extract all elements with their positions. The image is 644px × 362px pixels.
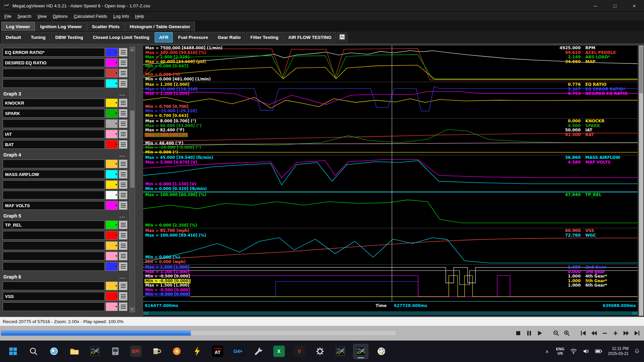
view-tab-gear-ratio[interactable]: Gear Ratio (213, 32, 245, 43)
view-tab-closed-loop-limit-testing[interactable]: Closed Loop Limit Testing (89, 32, 154, 43)
g4-app-icon[interactable]: G4+ (230, 344, 246, 359)
channel-color-swatch[interactable]: ▾ (106, 302, 118, 311)
channel-settings-button[interactable] (119, 282, 127, 290)
channel-name-input[interactable] (3, 282, 105, 290)
channel-color-swatch[interactable]: ▾ (106, 191, 118, 199)
channel-name-input[interactable] (3, 201, 105, 210)
channel-color-swatch[interactable]: ▾ (106, 180, 118, 189)
channel-color-swatch[interactable]: ▾ (106, 79, 118, 88)
wifi-icon[interactable] (570, 348, 577, 354)
channel-name-input[interactable] (3, 191, 105, 199)
minimize-button[interactable]: ─ (586, 0, 605, 11)
graph-panel-1[interactable]: Max = 7500.000 [6488.000] (1/min)Max = 1… (143, 46, 638, 82)
channel-settings-button[interactable] (119, 292, 127, 301)
channel-color-swatch[interactable]: ▾ (106, 221, 118, 229)
tab-scatter-plots[interactable]: Scatter Plots (87, 22, 124, 31)
channel-name-input[interactable] (3, 79, 105, 88)
channel-settings-button[interactable] (119, 109, 127, 118)
volume-icon[interactable] (583, 348, 589, 354)
channel-name-input[interactable] (3, 69, 105, 77)
channel-name-input[interactable] (3, 292, 105, 301)
view-tab-default[interactable]: Default (1, 32, 25, 43)
channel-name-input[interactable] (3, 109, 105, 118)
menu-view[interactable]: View (34, 12, 50, 20)
plus-button[interactable] (611, 328, 620, 338)
fast-forward-button[interactable] (622, 328, 631, 338)
view-tab-afr[interactable]: AFR (155, 32, 173, 43)
menu-file[interactable]: File (1, 12, 14, 20)
channel-name-input[interactable] (3, 302, 105, 311)
view-tab-fuel-pressure[interactable]: Fuel Pressure (174, 32, 212, 43)
graph-panel-5[interactable]: Max = 100.000 [60.390] (%)Min = 0.000 [2… (143, 192, 638, 228)
channel-name-input[interactable] (3, 170, 105, 179)
efi-app-icon[interactable]: EFI (128, 344, 143, 359)
rewind-button[interactable] (589, 328, 598, 338)
v-app-icon[interactable]: V (292, 344, 307, 359)
graph-panel-6[interactable]: Max = 85.700 (mph)Max = 100.000 [89.410]… (143, 228, 638, 265)
scroll-up-arrow-icon[interactable] (130, 47, 135, 52)
playback-cursor-line[interactable] (392, 46, 392, 301)
h-scroll-thumb[interactable] (148, 312, 633, 315)
chart-vertical-scrollbar[interactable] (639, 46, 643, 316)
excel-icon[interactable]: X (271, 344, 286, 359)
playback-progress-bar[interactable] (1, 330, 396, 336)
skip-to-start-button[interactable] (579, 328, 588, 338)
sidebar-scrollbar-thumb[interactable] (130, 111, 135, 188)
channel-name-input[interactable] (3, 252, 105, 260)
megalogviewer-active-icon[interactable] (353, 344, 368, 359)
start-button[interactable] (5, 344, 20, 359)
settings-gear-icon[interactable] (312, 344, 327, 359)
channel-color-swatch[interactable]: ▾ (106, 58, 118, 67)
tab-histogram-table-generator[interactable]: Histogram / Table Generator (125, 22, 195, 31)
graph-group-menu-button[interactable]: ... (119, 274, 125, 280)
paint-app-icon[interactable] (374, 344, 389, 359)
menu-help[interactable]: Help (132, 12, 147, 20)
channel-settings-button[interactable] (119, 79, 127, 88)
channel-name-input[interactable] (3, 140, 105, 149)
channel-settings-button[interactable] (119, 262, 127, 271)
menu-search[interactable]: Search (14, 12, 34, 20)
graph-group-menu-button[interactable]: ... (119, 91, 125, 97)
menu-options[interactable]: Options (50, 12, 71, 20)
graph-panel-2[interactable]: Max = 1.200 [2.000]Max = 15.000 [116.310… (143, 82, 638, 119)
play-button[interactable] (535, 328, 544, 338)
channel-settings-button[interactable] (119, 130, 127, 138)
accesstuner-app-icon[interactable]: AT (210, 344, 225, 359)
channel-color-swatch[interactable]: ▾ (106, 262, 118, 271)
graph-group-menu-button[interactable]: ... (119, 152, 125, 158)
view-tab-air-flow-testing[interactable]: AIR FLOW TESTING (284, 32, 336, 43)
channel-settings-button[interactable] (119, 99, 127, 107)
channel-color-swatch[interactable]: ▾ (106, 282, 118, 290)
channel-color-swatch[interactable]: ▾ (106, 69, 118, 77)
channel-settings-button[interactable] (119, 231, 127, 240)
firefox-icon[interactable] (169, 344, 184, 359)
channel-name-input[interactable] (3, 231, 105, 240)
skip-to-end-button[interactable] (632, 328, 641, 338)
graph-panel-7[interactable]: Max = 1.500 [1.000]Max = 1.200 [1.000]Mi… (143, 265, 638, 301)
channel-settings-button[interactable] (119, 69, 127, 77)
channel-settings-button[interactable] (119, 221, 127, 229)
interface-device-icon[interactable] (108, 344, 123, 359)
channel-name-input[interactable] (3, 99, 105, 107)
channel-settings-button[interactable] (119, 170, 127, 179)
channel-name-input[interactable] (3, 48, 105, 57)
channel-name-input[interactable] (3, 221, 105, 229)
clock[interactable]: 11:11 PM 2025-03-21 (608, 346, 629, 356)
channel-settings-button[interactable] (119, 140, 127, 149)
scroll-down-arrow-icon[interactable] (130, 307, 135, 312)
channel-settings-button[interactable] (119, 302, 127, 311)
view-tab-dbw-testing[interactable]: DBW Testing (51, 32, 88, 43)
channel-settings-button[interactable] (119, 191, 127, 199)
channel-name-input[interactable] (3, 130, 105, 138)
sidebar-scrollbar[interactable] (129, 47, 135, 312)
search-button[interactable] (26, 344, 41, 359)
zoom-out-button[interactable] (551, 328, 560, 338)
menu-log-info[interactable]: Log Info (110, 12, 132, 20)
h-scroll-right-cap[interactable] (633, 312, 637, 315)
view-tab-image-button[interactable] (337, 33, 347, 42)
channel-name-input[interactable] (3, 160, 105, 168)
view-tab-tuning[interactable]: Tuning (26, 32, 50, 43)
channel-name-input[interactable] (3, 58, 105, 67)
channel-settings-button[interactable] (119, 160, 127, 168)
logviewer-app-icon[interactable] (87, 344, 102, 359)
